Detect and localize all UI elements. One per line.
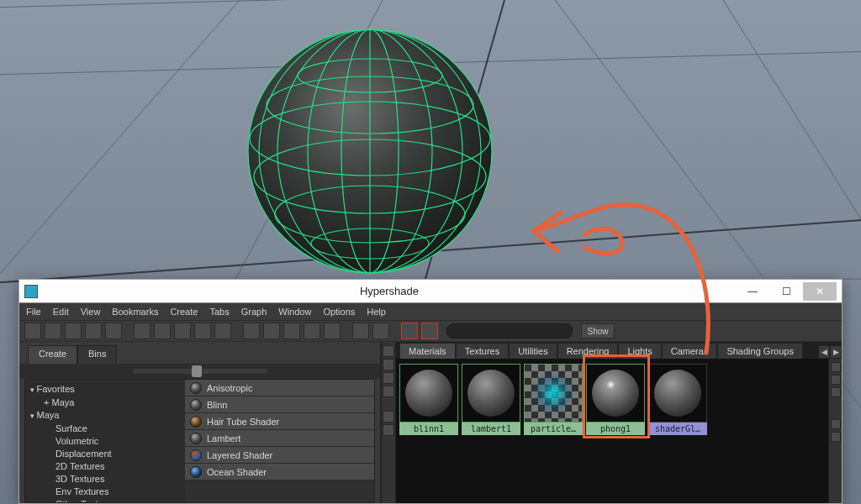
- category-tree[interactable]: Favorites + Maya Maya Surface Volumetric…: [25, 380, 185, 502]
- app-icon: [24, 285, 38, 298]
- vertical-toolbar: [381, 342, 396, 503]
- toolbar-search-field[interactable]: [446, 323, 573, 339]
- shader-type[interactable]: Anisotropic: [185, 380, 374, 396]
- material-swatch[interactable]: shaderGl…: [648, 364, 707, 435]
- tree-favorites[interactable]: Favorites: [30, 383, 180, 396]
- tree-item[interactable]: Displacement: [30, 448, 180, 460]
- selected-sphere: [248, 29, 492, 273]
- toolbar-btn[interactable]: [243, 323, 260, 339]
- material-swatch[interactable]: lambert1: [462, 364, 520, 435]
- material-swatch-phong1[interactable]: phong1: [586, 364, 645, 435]
- toolbar-btn[interactable]: [85, 323, 102, 339]
- shader-type[interactable]: Lambert: [185, 430, 374, 447]
- rv-btn[interactable]: [831, 432, 841, 442]
- shader-type[interactable]: Blinn: [185, 396, 374, 413]
- tree-item[interactable]: Other Textures: [30, 498, 180, 502]
- menu-create[interactable]: Create: [170, 307, 198, 317]
- menu-edit[interactable]: Edit: [53, 307, 69, 317]
- shader-type[interactable]: Ocean Shader: [185, 464, 374, 480]
- vt-btn[interactable]: [383, 411, 394, 423]
- close-button[interactable]: ✕: [803, 282, 837, 301]
- vt-btn[interactable]: [383, 424, 394, 436]
- toolbar-btn[interactable]: [372, 323, 389, 339]
- tree-item[interactable]: Volumetric: [30, 435, 180, 448]
- toolbar-btn[interactable]: [324, 323, 341, 339]
- toolbar-btn[interactable]: [352, 323, 369, 339]
- thumbnail-size-slider[interactable]: [133, 369, 267, 374]
- shader-type[interactable]: Hair Tube Shader: [185, 413, 374, 430]
- tree-item[interactable]: 2D Textures: [30, 460, 180, 473]
- rv-btn[interactable]: [831, 375, 841, 385]
- menu-graph[interactable]: Graph: [241, 307, 267, 317]
- tab-materials[interactable]: Materials: [399, 343, 456, 359]
- toolbar-btn[interactable]: [421, 323, 438, 339]
- menu-bookmarks[interactable]: Bookmarks: [112, 307, 158, 317]
- tab-textures[interactable]: Textures: [456, 343, 510, 359]
- tree-maya[interactable]: Maya: [30, 409, 180, 423]
- right-tabs: Materials Textures Utilities Rendering L…: [396, 342, 842, 359]
- menu-view[interactable]: View: [81, 307, 101, 317]
- show-button[interactable]: Show: [581, 323, 615, 339]
- toolbar-btn[interactable]: [194, 323, 211, 339]
- toolbar-btn[interactable]: [304, 323, 320, 339]
- window-title: Hypershade: [43, 285, 736, 297]
- menu-window[interactable]: Window: [278, 307, 311, 317]
- minimize-button[interactable]: —: [736, 282, 769, 301]
- toolbar-btn[interactable]: [154, 323, 171, 339]
- toolbar-btn[interactable]: [134, 323, 151, 339]
- vt-btn[interactable]: [383, 372, 394, 384]
- tab-rendering[interactable]: Rendering: [557, 343, 619, 359]
- menubar[interactable]: File Edit View Bookmarks Create Tabs Gra…: [19, 303, 842, 320]
- tab-scroll-left[interactable]: ◀: [818, 345, 830, 359]
- shader-type-list[interactable]: Anisotropic Blinn Hair Tube Shader Lambe…: [185, 380, 374, 502]
- toolbar-btn[interactable]: [45, 323, 61, 339]
- material-swatch[interactable]: blinn1: [399, 364, 458, 435]
- tab-create[interactable]: Create: [28, 345, 77, 364]
- maximize-button[interactable]: ☐: [769, 282, 803, 301]
- toolbar-btn[interactable]: [24, 323, 41, 339]
- hypershade-window[interactable]: Hypershade — ☐ ✕ File Edit View Bookmark…: [18, 279, 843, 504]
- vt-btn[interactable]: [383, 359, 394, 370]
- vt-btn[interactable]: [383, 386, 394, 397]
- tree-item[interactable]: Env Textures: [30, 486, 180, 498]
- rv-btn[interactable]: [831, 387, 841, 397]
- toolbar-btn[interactable]: [263, 323, 280, 339]
- tab-utilities[interactable]: Utilities: [509, 343, 557, 359]
- tab-shadinggroups[interactable]: Shading Groups: [717, 343, 803, 359]
- titlebar[interactable]: Hypershade — ☐ ✕: [19, 280, 842, 303]
- tree-item[interactable]: 3D Textures: [30, 473, 180, 486]
- toolbar-btn[interactable]: [174, 323, 191, 339]
- tab-scroll-right[interactable]: ▶: [830, 345, 842, 359]
- rv-btn[interactable]: [831, 362, 841, 372]
- tab-lights[interactable]: Lights: [618, 343, 661, 359]
- menu-options[interactable]: Options: [323, 307, 355, 317]
- tree-item[interactable]: Surface: [30, 423, 180, 435]
- menu-tabs[interactable]: Tabs: [209, 307, 229, 317]
- tab-bins[interactable]: Bins: [77, 345, 117, 364]
- toolbar: Show: [19, 320, 842, 342]
- tree-maya-plus[interactable]: + Maya: [30, 396, 180, 409]
- toolbar-btn[interactable]: [65, 323, 82, 339]
- rv-btn[interactable]: [831, 419, 841, 429]
- toolbar-btn[interactable]: [105, 323, 122, 339]
- tab-cameras[interactable]: Cameras: [662, 343, 718, 359]
- menu-file[interactable]: File: [26, 307, 41, 317]
- toolbar-btn[interactable]: [401, 323, 418, 339]
- materials-grid[interactable]: blinn1 lambert1 particle… phong1 shaderG…: [396, 359, 842, 503]
- material-swatch[interactable]: particle…: [524, 364, 583, 435]
- toolbar-btn[interactable]: [214, 323, 231, 339]
- shader-type[interactable]: Layered Shader: [185, 447, 374, 464]
- menu-help[interactable]: Help: [367, 307, 386, 317]
- toolbar-btn[interactable]: [283, 323, 300, 339]
- right-vertical-toolbar: [828, 359, 842, 503]
- vt-btn[interactable]: [383, 345, 394, 357]
